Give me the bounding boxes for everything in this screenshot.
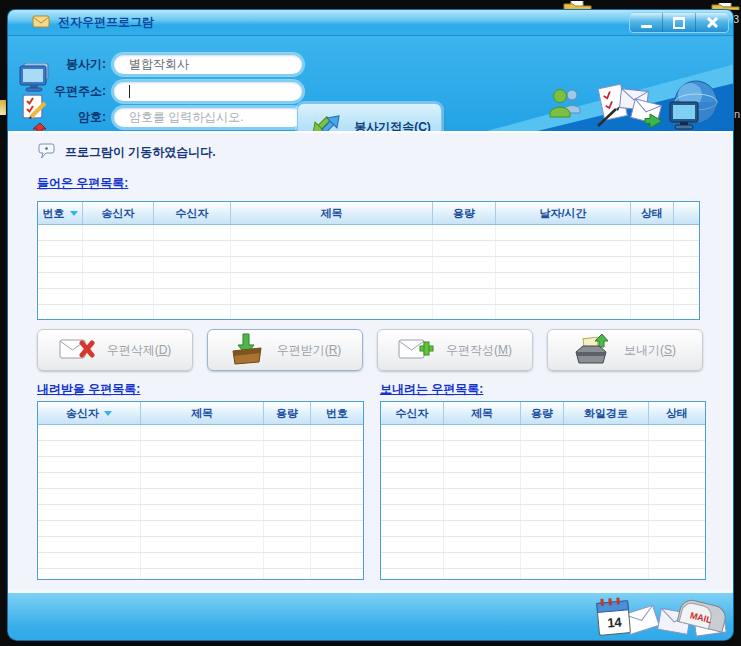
table-cell	[564, 537, 649, 552]
table-row[interactable]	[38, 425, 363, 441]
table-cell	[154, 305, 231, 319]
table-header-row: 송신자제목용량번호	[38, 402, 363, 425]
table-row[interactable]	[381, 425, 705, 441]
table-row[interactable]	[381, 473, 705, 489]
close-button[interactable]	[696, 13, 728, 32]
table-cell	[38, 425, 141, 440]
titlebar[interactable]: 전자우편프로그람	[8, 10, 733, 36]
table-row[interactable]	[38, 537, 363, 553]
table-cell	[521, 505, 564, 520]
table-row[interactable]	[38, 225, 699, 241]
table-cell	[311, 505, 363, 520]
table-row[interactable]	[38, 489, 363, 505]
table-row[interactable]	[38, 569, 363, 579]
status-row: 프로그람이 기동하였습니다.	[38, 143, 216, 162]
table-cell	[444, 457, 521, 472]
address-input[interactable]	[112, 80, 304, 103]
table-row[interactable]	[38, 257, 699, 273]
table-cell	[631, 225, 674, 240]
connect-server-button[interactable]: 봉사기접속(C)	[297, 103, 442, 131]
table-cell	[674, 305, 699, 319]
column-header-1[interactable]: 제목	[141, 402, 264, 424]
send-mail-button[interactable]: 보내기(S)	[547, 329, 703, 371]
table-cell	[381, 521, 444, 536]
table-row[interactable]	[38, 305, 699, 319]
table-cell	[521, 521, 564, 536]
minimize-button[interactable]	[630, 13, 663, 32]
table-cell	[264, 553, 311, 568]
table-row[interactable]	[38, 441, 363, 457]
table-cell	[311, 441, 363, 456]
compose-mail-button[interactable]: 우편작성(M)	[377, 329, 533, 371]
column-header-4[interactable]: 상태	[649, 402, 705, 424]
connection-panel: 봉사기: 별합작회사 우편주소: 암호: 암호를 입력하십시오. 봉사기접속(C…	[8, 36, 733, 131]
password-input[interactable]: 암호를 입력하십시오.	[112, 106, 304, 129]
column-header-3[interactable]: 화일경로	[564, 402, 649, 424]
column-header-6[interactable]: 상태	[631, 202, 674, 224]
table-row[interactable]	[38, 505, 363, 521]
table-cell	[631, 241, 674, 256]
column-header-7[interactable]	[674, 202, 699, 224]
delete-mail-button[interactable]: 우편삭제(D)	[37, 329, 193, 371]
table-cell	[649, 425, 705, 440]
table-cell	[444, 505, 521, 520]
table-row[interactable]	[381, 521, 705, 537]
column-header-0[interactable]: 수신자	[381, 402, 444, 424]
table-cell	[433, 305, 496, 319]
table-cell	[564, 441, 649, 456]
column-header-4[interactable]: 용량	[433, 202, 496, 224]
table-row[interactable]	[38, 521, 363, 537]
column-header-2[interactable]: 용량	[521, 402, 564, 424]
table-cell	[674, 257, 699, 272]
table-cell	[141, 457, 264, 472]
connect-button-label: 봉사기접속(C)	[354, 119, 431, 132]
address-field-row: 우편주소:	[46, 80, 304, 103]
column-header-5[interactable]: 날자/시간	[496, 202, 631, 224]
table-cell	[433, 241, 496, 256]
download-section-label[interactable]: 내려받을 우편목록:	[37, 381, 140, 398]
table-row[interactable]	[381, 505, 705, 521]
column-header-0[interactable]: 번호	[38, 202, 83, 224]
bottom-corner-icons: 14 MAIL	[595, 593, 731, 639]
table-cell	[496, 289, 631, 304]
column-header-2[interactable]: 용량	[264, 402, 311, 424]
table-row[interactable]	[38, 273, 699, 289]
table-row[interactable]	[38, 473, 363, 489]
window-controls	[629, 12, 729, 33]
table-row[interactable]	[381, 457, 705, 473]
column-header-label: 송신자	[66, 406, 99, 421]
table-cell	[38, 289, 83, 304]
column-header-3[interactable]: 번호	[311, 402, 363, 424]
table-row[interactable]	[381, 441, 705, 457]
table-row[interactable]	[381, 553, 705, 569]
server-input[interactable]: 별합작회사	[112, 53, 304, 76]
desktop-icon-fragment	[0, 100, 6, 115]
table-cell	[83, 257, 154, 272]
mail-delete-icon	[59, 336, 95, 365]
table-body	[381, 425, 705, 579]
table-row[interactable]	[38, 553, 363, 569]
table-cell	[141, 553, 264, 568]
column-header-0[interactable]: 송신자	[38, 402, 141, 424]
column-header-1[interactable]: 송신자	[83, 202, 154, 224]
inbox-section-label[interactable]: 들어온 우편목록:	[37, 175, 128, 192]
maximize-button[interactable]	[663, 13, 696, 32]
table-row[interactable]	[381, 569, 705, 579]
column-header-1[interactable]: 제목	[444, 402, 521, 424]
table-cell	[674, 289, 699, 304]
table-row[interactable]	[381, 537, 705, 553]
button-label: 보내기(S)	[624, 342, 676, 359]
table-cell	[231, 305, 433, 319]
receive-mail-button[interactable]: 우편받기(R)	[207, 329, 363, 371]
table-cell	[496, 257, 631, 272]
table-row[interactable]	[38, 457, 363, 473]
table-row[interactable]	[38, 289, 699, 305]
speech-bubble-icon	[38, 143, 55, 162]
column-header-3[interactable]: 제목	[231, 202, 433, 224]
table-row[interactable]	[381, 489, 705, 505]
column-header-2[interactable]: 수신자	[154, 202, 231, 224]
outbox-section-label[interactable]: 보내려는 우편목록:	[380, 381, 483, 398]
table-cell	[649, 505, 705, 520]
table-row[interactable]	[38, 241, 699, 257]
sort-arrow-icon	[70, 211, 78, 216]
